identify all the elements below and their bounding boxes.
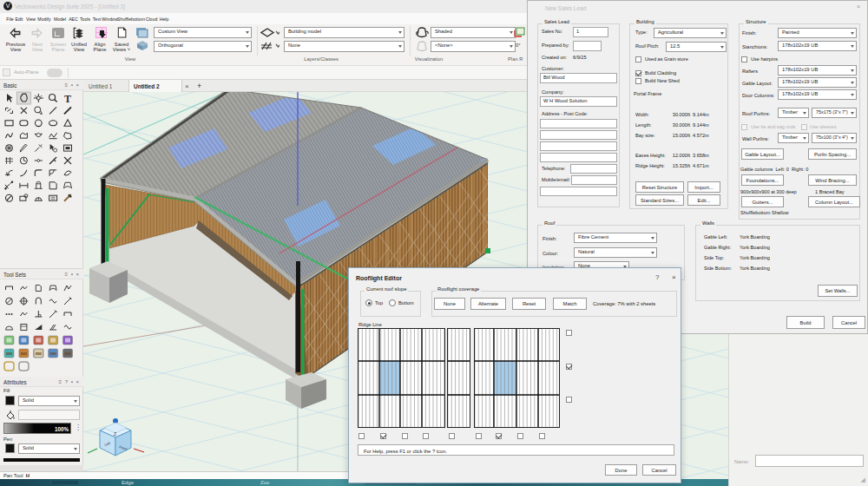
svg-text:T: T — [64, 93, 71, 105]
svg-text:Z: Z — [114, 431, 116, 437]
